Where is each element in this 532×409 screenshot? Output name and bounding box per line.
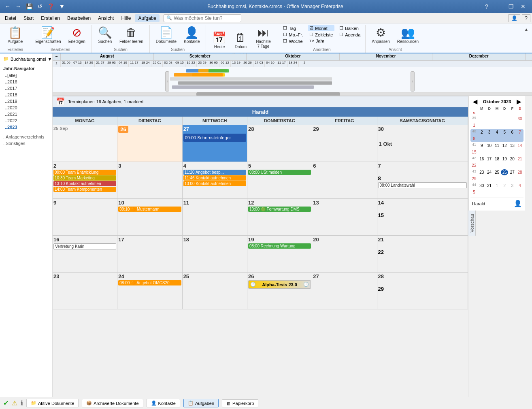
event-12-fernwartung[interactable]: 10:00 🟢 Fernwartung DMS [248, 207, 311, 212]
menu-aufgabe[interactable]: Aufgabe [135, 14, 160, 22]
cal-day-6[interactable]: 6 [312, 162, 377, 198]
mini-d-nov3[interactable]: 3 [509, 183, 516, 189]
mini-d-7[interactable]: 7 [516, 129, 523, 135]
event-2-kontakt[interactable]: 13:10 Kontakt aufnehmen [53, 181, 116, 186]
event-19-rechnung[interactable]: 08:00 Rechnung Wartung [248, 243, 311, 249]
mini-d-5[interactable]: 5 [501, 129, 508, 135]
cal-day-26[interactable]: 26 [117, 125, 182, 162]
menu-hilfe[interactable]: Hilfe [118, 14, 134, 22]
mini-d-nov1[interactable]: 1 [494, 183, 501, 189]
sidebar-anlagenverzeichnis[interactable]: ..Anlagenverzeichnis [2, 134, 51, 140]
mini-d-30[interactable]: 30 [478, 183, 485, 189]
mini-d-15[interactable]: 15 [470, 149, 478, 155]
mini-d-3[interactable]: 3 [486, 129, 493, 135]
mini-d-6[interactable]: 6 [509, 129, 516, 135]
help-icon[interactable]: ❓ [46, 2, 56, 11]
tab-papierkorb[interactable]: 🗑 Papierkorb [222, 399, 258, 407]
mini-d-empty4[interactable] [501, 116, 508, 122]
mini-d-2[interactable]: 2 [478, 129, 485, 135]
cal-day-27[interactable]: 27 09:00 Schornsteinfeger [183, 125, 247, 162]
restore-button[interactable]: ❐ [505, 1, 517, 12]
sidebar-year-2017[interactable]: ..2017 [2, 85, 51, 92]
mini-d-nov2[interactable]: 2 [501, 183, 508, 189]
help-menu-button[interactable]: ? [522, 14, 530, 22]
mini-d-16[interactable]: 16 [478, 156, 485, 162]
mini-d-18[interactable]: 18 [494, 156, 501, 162]
dokumente-button[interactable]: 📄 Dokumente [153, 25, 179, 46]
tab-archivierte-dokumente[interactable]: 📦 Archivierte Dokumente [82, 399, 143, 407]
view-monat[interactable]: ☑Monat [308, 25, 334, 31]
event-27-schornstein[interactable]: 09:00 Schornsteinfeger [183, 134, 246, 142]
sidebar-year-2016[interactable]: ..2016 [2, 79, 51, 85]
event-16-vertretung[interactable]: Vertretung Karin [53, 243, 116, 249]
gantt-resize-right[interactable]: ⋮ [411, 71, 415, 92]
event-26-alpha[interactable]: 🕐 Alpha-Tests 23.0 🕛 [248, 280, 311, 289]
suchen-button[interactable]: 🔍 Suchen [95, 25, 115, 46]
tab-aktive-dokumente[interactable]: 📁 Aktive Dokumente [26, 399, 79, 407]
cal-day-sep25[interactable]: 25 Sep [53, 125, 117, 162]
sidebar-sonstiges[interactable]: ..Sonstiges [2, 140, 51, 147]
view-woche[interactable]: ☐Woche [281, 38, 304, 44]
mini-d-28[interactable]: 28 [516, 169, 523, 175]
search-input[interactable] [174, 15, 238, 21]
cal-day-18[interactable]: 18 [183, 236, 247, 272]
cal-day-27-main[interactable]: 27 [312, 273, 377, 309]
mini-d-17[interactable]: 17 [486, 156, 493, 162]
dropdown-icon[interactable]: ▼ [47, 57, 52, 62]
mini-d-14[interactable]: 14 [516, 143, 523, 149]
mini-d-25[interactable]: 25 [494, 169, 501, 175]
cal-day-11[interactable]: 11 [183, 199, 247, 235]
gantt-resize-left[interactable]: ⋮ [165, 71, 169, 92]
mini-d-13[interactable]: 13 [509, 143, 516, 149]
window-action-buttons[interactable]: ? — ❐ ✕ [481, 1, 529, 12]
heute-button[interactable]: 📅 Heute [209, 30, 229, 51]
menu-erstellen[interactable]: Erstellen [38, 14, 63, 22]
cal-day-12[interactable]: 12 10:00 🟢 Fernwartung DMS [247, 199, 312, 235]
event-2-team-komponenten[interactable]: 14:00 Team Komponenten [53, 187, 116, 192]
view-tag[interactable]: ☐Tag [281, 25, 304, 31]
anpassen-button[interactable]: ⚙ Anpassen [369, 25, 392, 46]
cal-day-17[interactable]: 17 [117, 236, 182, 272]
ribbon-collapse[interactable]: ▲ [522, 25, 530, 53]
cal-day-14-15[interactable]: 14 15 [377, 199, 468, 235]
cal-day-20[interactable]: 20 [312, 236, 377, 272]
menu-ansicht[interactable]: Ansicht [95, 14, 117, 22]
menu-bearbeiten[interactable]: Bearbeiten [64, 14, 94, 22]
mini-d-29[interactable]: 29 [470, 176, 478, 182]
tab-kontakte[interactable]: 👤 Kontakte [147, 399, 180, 407]
mini-d-11[interactable]: 11 [494, 143, 501, 149]
event-24-angebot[interactable]: 08:00 🔶 Angebot OMCS20 [118, 280, 181, 285]
aufgabe-button[interactable]: 📋 Aufgabe [5, 25, 26, 46]
mini-d-9[interactable]: 9 [478, 143, 485, 149]
mini-d-sep30[interactable]: 30 [516, 116, 523, 122]
sidebar-year-2022[interactable]: ..2022 [2, 117, 51, 124]
mini-d-8[interactable]: 8 [470, 136, 478, 142]
cal-day-2[interactable]: 2 09:00 Team Entwicklung 10:30 Team Mark… [53, 162, 117, 198]
extra-button[interactable]: ▼ [57, 2, 66, 11]
mini-d-26-today[interactable]: 26 [501, 169, 508, 175]
mini-d-21[interactable]: 21 [516, 156, 523, 162]
vorschau-tab[interactable]: Vorschau [468, 211, 476, 236]
mini-d-20[interactable]: 20 [509, 156, 516, 162]
refresh-button[interactable]: ↺ [36, 2, 44, 11]
cal-day-7-8[interactable]: 7 8 08:00 Landratswahl [377, 162, 468, 198]
mini-d-27[interactable]: 27 [509, 169, 516, 175]
mini-d-nov4[interactable]: 4 [516, 183, 523, 189]
back-button[interactable]: ← [3, 2, 12, 11]
sidebar-year-alle[interactable]: ..[alle] [2, 72, 51, 79]
cal-day-4[interactable]: 4 11:20 Angebot besp... 11:46 Kontakt au… [183, 162, 247, 198]
save-button[interactable]: 💾 [24, 2, 34, 11]
datum-button[interactable]: 🗓 Datum [231, 30, 250, 51]
view-zeitleiste[interactable]: ☐Zeitleiste [308, 32, 334, 38]
cal-day-19[interactable]: 19 08:00 Rechnung Wartung [247, 236, 312, 272]
sidebar-year-2020[interactable]: ..2020 [2, 104, 51, 111]
close-button[interactable]: ✕ [517, 1, 529, 12]
cal-day-5[interactable]: 5 08:00 USt melden [247, 162, 312, 198]
sidebar-year-2021[interactable]: ..2021 [2, 111, 51, 117]
cal-day-28[interactable]: 28 [247, 125, 312, 162]
cal-day-29[interactable]: 29 [312, 125, 377, 162]
mini-d-12[interactable]: 12 [501, 143, 508, 149]
search-box[interactable]: 🔍 [164, 14, 241, 22]
cal-day-13[interactable]: 13 [312, 199, 377, 235]
event-8-landratswahl[interactable]: 08:00 Landratswahl [378, 182, 467, 188]
